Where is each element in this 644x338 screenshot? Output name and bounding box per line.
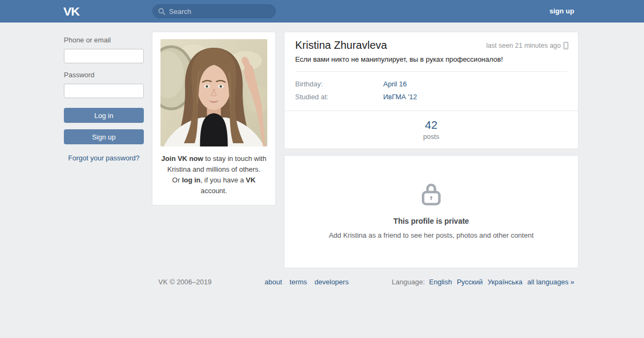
phone-label: Phone or email: [64, 36, 111, 44]
join-vk-now-text: Join VK now: [162, 155, 203, 163]
lock-icon: [422, 183, 441, 205]
join-line3-pre: Or: [172, 176, 182, 184]
birthday-value-link[interactable]: April 16: [383, 78, 407, 91]
join-text: Join VK now to stay in touch with Kristi…: [160, 153, 268, 196]
all-languages-link[interactable]: all languages »: [528, 278, 574, 286]
forgot-password-link[interactable]: Forgot your password?: [64, 154, 144, 162]
search-icon: [158, 8, 165, 15]
detail-row-birthday: Birthday: April 16: [295, 78, 567, 91]
footer-link-terms[interactable]: terms: [290, 278, 308, 286]
language-links: English Русский Українська all languages…: [429, 278, 574, 286]
password-label: Password: [64, 71, 94, 79]
join-card: Join VK now to stay in touch with Kristi…: [152, 32, 276, 205]
footer-links: about terms developers: [265, 278, 349, 286]
last-seen-text: last seen 21 minutes ago: [486, 42, 561, 49]
profile-header: Kristina Zhuravleva last seen 21 minutes…: [284, 32, 578, 72]
language-label: Language:: [392, 278, 425, 286]
birthday-label: Birthday:: [295, 78, 383, 91]
private-profile-card: This profile is private Add Kristina as …: [284, 155, 579, 268]
copyright-text: VK © 2006–2019: [158, 278, 211, 286]
join-line1-rest: to stay in touch with: [203, 155, 267, 163]
login-inline-text: log in: [182, 176, 201, 184]
private-subtitle: Add Kristina as a friend to see her post…: [284, 231, 578, 239]
login-button[interactable]: Log in: [64, 108, 144, 123]
footer-link-about[interactable]: about: [265, 278, 282, 286]
language-link-russian[interactable]: Русский: [457, 278, 482, 286]
vk-profile-page: VK sign up Phone or email Password Log i…: [0, 0, 644, 338]
posts-label: posts: [284, 133, 578, 141]
private-title: This profile is private: [284, 217, 578, 225]
studied-value-link[interactable]: ИвГМА '12: [383, 91, 417, 104]
search-box[interactable]: [152, 4, 276, 18]
profile-status: Если вами никто не манипулирует, вы в ру…: [295, 55, 567, 72]
last-seen-status: last seen 21 minutes ago: [486, 42, 568, 49]
vk-inline-text: VK: [246, 176, 255, 184]
signup-link-top[interactable]: sign up: [550, 7, 574, 15]
top-bar: VK sign up: [0, 0, 644, 23]
posts-counter[interactable]: 42 posts: [284, 111, 578, 149]
profile-card: Kristina Zhuravleva last seen 21 minutes…: [284, 32, 579, 149]
studied-label: Studied at:: [295, 91, 383, 104]
search-input[interactable]: [169, 8, 270, 16]
mobile-icon: [564, 42, 568, 49]
language-link-ukrainian[interactable]: Українська: [487, 278, 522, 286]
posts-count: 42: [284, 118, 578, 132]
password-input[interactable]: [64, 84, 144, 98]
language-block: Language: English Русский Українська all…: [392, 278, 574, 286]
join-line3-post: account.: [201, 187, 227, 195]
footer-link-developers[interactable]: developers: [314, 278, 349, 286]
join-line2: Kristina and millions of others.: [167, 165, 260, 173]
language-link-english[interactable]: English: [429, 278, 452, 286]
phone-input[interactable]: [64, 49, 144, 63]
vk-logo[interactable]: VK: [63, 5, 79, 19]
profile-photo: [160, 39, 267, 146]
signup-button[interactable]: Sign up: [64, 129, 144, 144]
profile-details: Birthday: April 16 Studied at: ИвГМА '12: [284, 72, 578, 111]
detail-row-studied: Studied at: ИвГМА '12: [295, 91, 567, 104]
join-line3-mid: , if you have a: [201, 176, 246, 184]
